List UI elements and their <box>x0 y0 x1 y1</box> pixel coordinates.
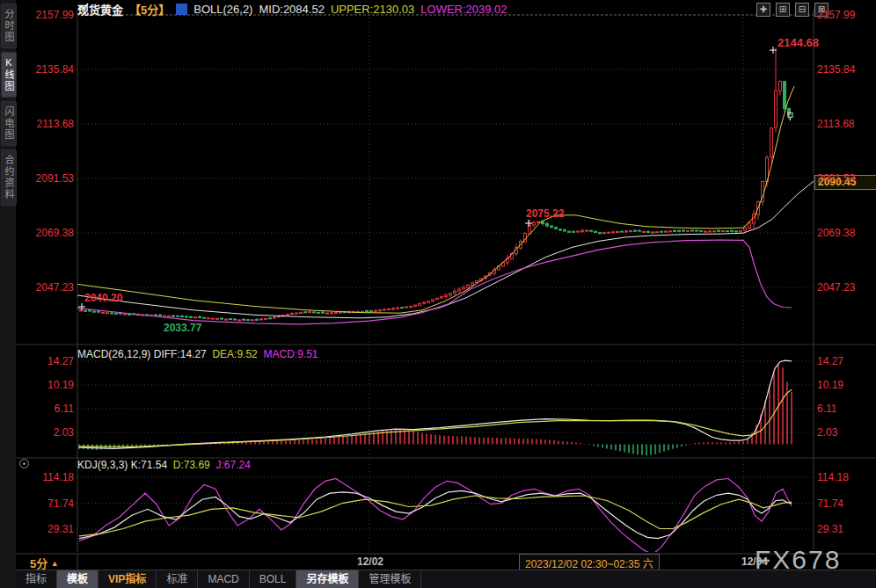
boll-upper-value: UPPER:2130.03 <box>331 3 414 16</box>
chart-header: 现货黄金 【5分】 BOLL(26,2) MID:2084.52 UPPER:2… <box>77 2 507 16</box>
y-axis-label: 10.19 <box>16 379 74 391</box>
y-axis-label: 2157.99 <box>16 9 74 21</box>
boll-params-label: BOLL(26,2) <box>193 3 252 16</box>
y-axis-label: 29.31 <box>817 523 873 535</box>
y-axis-label: 2135.84 <box>817 63 873 76</box>
scale-up-icon[interactable]: ⊞ <box>776 3 790 17</box>
y-axis-label: 2091.53 <box>817 172 873 185</box>
gridlines <box>16 9 876 570</box>
period-arrow-icon: ▲ <box>51 559 59 568</box>
y-axis-label: 2135.84 <box>16 63 74 76</box>
y-axis-label: 29.31 <box>16 523 74 535</box>
peak-price-label: 2075.22 <box>526 207 564 220</box>
kdj-d-value: D:73.69 <box>173 459 210 471</box>
y-axis-label: 10.19 <box>817 379 873 391</box>
y-axis-label: 2.03 <box>16 426 74 439</box>
kdj-k-value: K:71.54 <box>131 459 167 471</box>
crosshair-icon[interactable]: ✚ <box>756 3 770 17</box>
toolbar-tab-2[interactable]: 模板 <box>57 570 99 588</box>
y-axis-label: 71.74 <box>16 497 74 510</box>
kdj-panel <box>79 479 792 555</box>
y-axis-label: 2091.53 <box>16 172 74 185</box>
period-tag: 【5分】 <box>129 1 170 18</box>
y-axis-label: 2047.23 <box>817 281 873 294</box>
y-axis-label: 2113.68 <box>817 118 873 130</box>
y-axis-label: 14.27 <box>16 355 74 367</box>
toolbar-tab-8[interactable]: 管理模板 <box>359 570 421 588</box>
toolbar-tab-3[interactable]: VIP指标 <box>99 570 157 588</box>
y-axis-label: 2069.38 <box>16 227 74 239</box>
kline-app-window: 分时图K线图闪电图合约资料 现货黄金 【5分】 BOLL(26,2) MID:2… <box>0 0 876 588</box>
y-axis-label: 114.18 <box>16 471 74 483</box>
y-axis-label: 2.03 <box>817 426 873 439</box>
open-price-label: 2040.20 <box>84 292 122 304</box>
kdj-j-value: J:67.24 <box>215 459 250 471</box>
boll-mid-value: MID:2084.52 <box>259 3 324 16</box>
boll-lower-value: LOWER:2039.02 <box>420 3 507 16</box>
y-axis-label: 2069.38 <box>817 227 873 239</box>
period-label: 5分 <box>30 557 47 570</box>
kdj-header: KDJ(9,3,3) K:71.54 D:73.69 J:67.24 <box>77 459 251 471</box>
scale-down-icon[interactable]: ⊟ <box>795 3 809 17</box>
low-price-label: 2033.77 <box>164 322 201 334</box>
y-axis-label: 2047.23 <box>16 281 74 294</box>
macd-dea-value: DEA:9.52 <box>212 348 257 360</box>
toolbar-tab-1[interactable]: 指标 <box>16 570 57 588</box>
macd-value: MACD:9.51 <box>263 348 318 360</box>
macd-panel <box>79 360 792 455</box>
toolbar-tab-7[interactable]: 另存模板 <box>296 570 359 588</box>
y-axis-label: 71.74 <box>817 497 873 510</box>
high-price-label: 2144.68 <box>777 36 819 49</box>
y-axis-label: 114.18 <box>817 471 873 483</box>
macd-diff-value: DIFF:14.27 <box>154 348 207 360</box>
kline-icon <box>176 4 187 15</box>
y-axis-label: 2157.99 <box>817 9 873 21</box>
x-axis-date-label: 12/04 <box>741 555 768 568</box>
y-axis-label: 14.27 <box>817 355 873 367</box>
kdj-params-label: KDJ(9,3,3) <box>77 459 128 471</box>
toolbar-tab-4[interactable]: 标准 <box>157 570 198 588</box>
x-axis-date-label: 12/02 <box>357 555 383 568</box>
y-axis-label: 6.11 <box>817 403 873 415</box>
chart-canvas[interactable] <box>0 0 876 588</box>
y-axis-label: 6.11 <box>16 403 74 415</box>
toolbar-tab-5[interactable]: MACD <box>198 570 249 588</box>
macd-header: MACD(26,12,9) DIFF:14.27 DEA:9.52 MACD:9… <box>77 348 318 360</box>
indicator-settings-icon[interactable] <box>19 459 29 468</box>
macd-params-label: MACD(26,12,9) <box>77 348 150 360</box>
bottom-toolbar: 指标模板VIP指标标准MACDBOLL另存模板管理模板 <box>16 570 876 588</box>
price-panel <box>77 47 814 324</box>
y-axis-label: 2113.68 <box>16 118 74 130</box>
toolbar-tab-6[interactable]: BOLL <box>250 570 297 588</box>
